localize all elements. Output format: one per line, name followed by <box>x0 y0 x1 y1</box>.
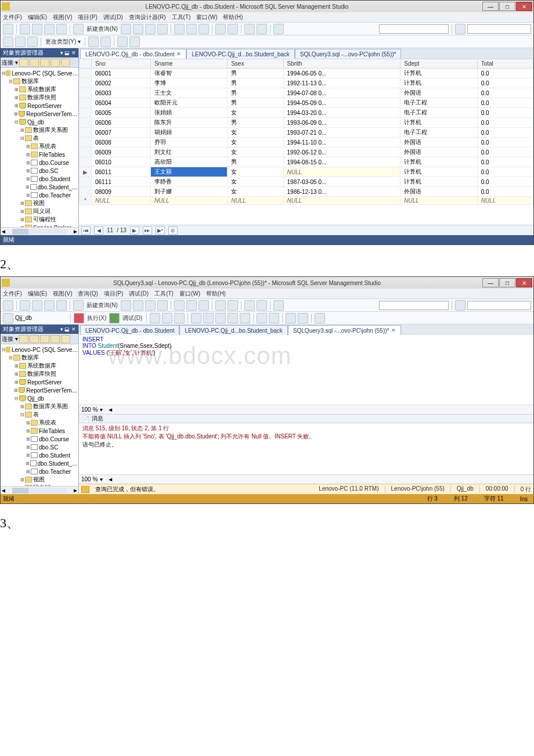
cell[interactable]: 06011 <box>92 167 151 177</box>
cell[interactable]: 06001 <box>92 69 151 78</box>
row-header[interactable] <box>80 118 92 128</box>
tree-node[interactable]: ⊟数据库 <box>1 354 78 362</box>
row-header[interactable] <box>80 138 92 147</box>
expander-icon[interactable]: ⊞ <box>19 209 25 214</box>
oe-refresh-icon[interactable] <box>19 335 28 343</box>
cell[interactable]: 0.0 <box>477 69 533 78</box>
undo-icon[interactable] <box>215 300 226 311</box>
expander-icon[interactable]: ⊞ <box>19 477 25 483</box>
cell[interactable]: NULL <box>477 197 533 205</box>
cell[interactable]: 06004 <box>92 98 151 108</box>
cell[interactable]: 1994-03-20 0... <box>283 108 400 118</box>
debug-button[interactable]: 调试(D) <box>121 314 143 322</box>
row-header[interactable] <box>80 78 92 88</box>
column-header[interactable]: Sbrith <box>283 59 400 69</box>
sql-editor[interactable]: www.bdocx.com INSERTINTO Student(Sname,S… <box>79 335 533 405</box>
row-header[interactable] <box>80 69 92 78</box>
expander-icon[interactable]: ⊞ <box>19 201 25 206</box>
menu-item[interactable]: 项目(P) <box>104 290 123 298</box>
cell[interactable]: 女 <box>228 147 283 157</box>
cell[interactable]: 电子工程 <box>400 98 477 108</box>
opt-icon-2[interactable] <box>203 313 214 323</box>
sql-pane-icon[interactable] <box>27 37 38 47</box>
expander-icon[interactable]: ⊞ <box>19 404 25 409</box>
column-header[interactable]: Sname <box>150 59 227 69</box>
tree-node[interactable]: ⊞视图 <box>1 476 78 484</box>
tree-node[interactable]: ⊞系统表 <box>1 419 78 427</box>
cell[interactable]: 06006 <box>92 118 151 128</box>
cell[interactable]: 男 <box>228 118 283 128</box>
indent-icon[interactable] <box>286 313 296 323</box>
oe-refresh-icon[interactable] <box>19 59 28 67</box>
expander-icon[interactable]: ⊞ <box>25 461 30 466</box>
expander-icon[interactable]: ⊞ <box>25 185 30 190</box>
oe-icon-5[interactable] <box>61 335 70 343</box>
tree-node[interactable]: ⊞dbo.Student_back <box>1 459 78 467</box>
cell[interactable]: 1994-07-08 0... <box>283 88 400 98</box>
document-tab[interactable]: SQLQuery3.sql -...ovo-PC\john (55))*✕ <box>288 325 402 335</box>
horizontal-scrollbar[interactable]: ◄► <box>1 486 78 494</box>
menu-item[interactable]: 帮助(H) <box>223 13 243 21</box>
menu-item[interactable]: 查询(Q) <box>78 290 98 298</box>
cell[interactable]: 女 <box>228 108 283 118</box>
zoom-value[interactable]: 100 % <box>81 406 98 413</box>
expander-icon[interactable]: ⊞ <box>25 420 31 426</box>
back-icon[interactable] <box>3 24 13 34</box>
cell[interactable]: 男 <box>228 78 283 88</box>
cell[interactable]: 电子工程 <box>400 128 477 138</box>
cell[interactable]: NULL <box>150 197 227 205</box>
row-header[interactable] <box>80 98 92 108</box>
results-text-icon[interactable] <box>215 313 226 323</box>
expander-icon[interactable]: ⊞ <box>25 193 31 198</box>
cell[interactable]: 0.0 <box>477 128 533 138</box>
column-header[interactable]: Ssex <box>228 59 283 69</box>
cell[interactable]: 男 <box>228 157 283 167</box>
tree-node[interactable]: ⊟Qjj_db <box>1 394 78 402</box>
tree-node[interactable]: ⊟表 <box>1 411 78 419</box>
oe-tree[interactable]: ⊟Lenovo-PC (SQL Server 11.0.2100 - Le⊟数据… <box>1 344 78 486</box>
menu-item[interactable]: 编辑(E) <box>28 13 47 21</box>
minimize-button[interactable]: — <box>482 278 499 287</box>
undo-icon[interactable] <box>215 24 226 34</box>
cell[interactable]: 0.0 <box>477 78 533 88</box>
parse-icon[interactable] <box>162 313 172 323</box>
cell[interactable]: 男 <box>228 88 283 98</box>
cell[interactable]: 0.0 <box>477 88 533 98</box>
cell[interactable]: 男 <box>228 98 283 108</box>
results-grid-icon[interactable] <box>228 313 238 323</box>
magnifier-icon[interactable] <box>455 300 466 311</box>
nav-first-icon[interactable]: ⏮ <box>81 226 91 235</box>
cell[interactable]: 计算机 <box>400 167 477 177</box>
cell[interactable]: 欧阳开元 <box>150 98 227 108</box>
cell[interactable]: 0.0 <box>477 167 533 177</box>
row-header[interactable]: ▶ <box>80 167 92 177</box>
find-input[interactable] <box>467 24 531 34</box>
table-row[interactable]: 06111李静香女1987-03-05 0...计算机0.0 <box>80 177 533 187</box>
expander-icon[interactable]: ⊟ <box>13 120 19 125</box>
stop-icon[interactable] <box>150 313 160 323</box>
close-button[interactable]: ✕ <box>516 2 532 11</box>
expander-icon[interactable]: ⊞ <box>25 429 31 434</box>
tree-node[interactable]: ⊟Lenovo-PC (SQL Server 11.0.2100 - Le <box>1 69 78 77</box>
cell[interactable]: 08009 <box>92 187 151 197</box>
nav-prev-icon[interactable]: ◀ <box>94 226 103 235</box>
tree-node[interactable]: ⊞系统数据库 <box>1 85 78 93</box>
table-row[interactable]: 06008乔羽女1994-11-10 0...外国语0.0 <box>80 138 533 147</box>
tab-close-icon[interactable]: ✕ <box>176 51 181 57</box>
tree-node[interactable]: ⊞dbo.Student_back <box>1 183 78 191</box>
cell[interactable]: 刘子娜 <box>150 187 227 197</box>
tree-node[interactable]: ⊞dbo.SC <box>1 443 78 451</box>
results-file-icon[interactable] <box>240 313 250 323</box>
expander-icon[interactable]: ⊞ <box>25 160 31 165</box>
table-row[interactable]: 06009刘文红女1992-06-12 0...外国语0.0 <box>80 147 533 157</box>
cell[interactable]: 计算机 <box>400 157 477 167</box>
cell[interactable]: 06009 <box>92 147 151 157</box>
saveall-icon[interactable] <box>56 300 67 311</box>
new-query-button[interactable]: 新建查询(N) <box>85 301 119 309</box>
menu-item[interactable]: 文件(F) <box>3 290 22 298</box>
cell[interactable]: 女 <box>228 187 283 197</box>
new-project-icon[interactable] <box>20 24 30 34</box>
tb-icon-2[interactable] <box>133 24 143 34</box>
execute-icon[interactable] <box>74 313 84 323</box>
cell[interactable]: 外国语 <box>400 88 477 98</box>
